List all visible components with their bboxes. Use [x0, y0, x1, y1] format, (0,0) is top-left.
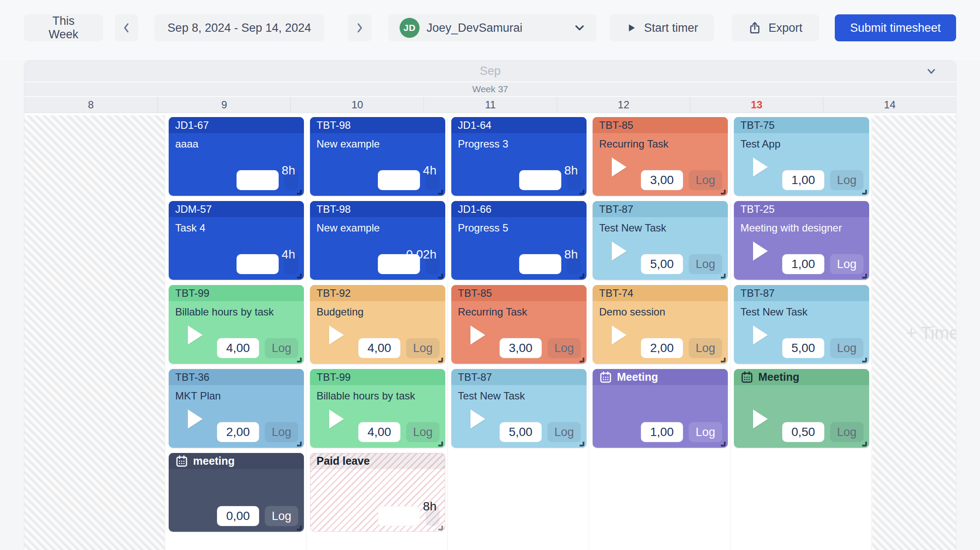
- resize-handle[interactable]: [438, 442, 443, 446]
- timesheet-card[interactable]: Meeting 1,00 Log: [593, 369, 728, 448]
- hours-input[interactable]: 2,00: [641, 338, 683, 358]
- day-column-10[interactable]: TBT-98 New example 4h: [307, 115, 448, 550]
- log-button[interactable]: Log: [547, 422, 581, 442]
- hours-input[interactable]: [378, 170, 420, 190]
- timesheet-card[interactable]: TBT-85 Recurring Task 3,00 Log: [451, 285, 587, 364]
- day-column-11[interactable]: JD1-64 Progress 3 8h: [448, 115, 589, 550]
- resize-handle[interactable]: [297, 274, 302, 278]
- timesheet-card[interactable]: TBT-99 Billable hours by task 4,00 Log: [310, 369, 445, 448]
- timesheet-card[interactable]: TBT-99 Billable hours by task 4,00 Log: [169, 285, 304, 364]
- next-week-button[interactable]: [348, 14, 371, 41]
- log-button[interactable]: [426, 506, 440, 526]
- timesheet-card[interactable]: JD1-66 Progress 5 8h: [451, 201, 587, 280]
- resize-handle[interactable]: [580, 190, 584, 195]
- hours-input[interactable]: 5,00: [641, 254, 683, 274]
- log-button[interactable]: [567, 254, 581, 274]
- log-button[interactable]: Log: [689, 422, 722, 442]
- play-button[interactable]: [612, 158, 627, 177]
- timesheet-card[interactable]: JD1-67 aaaa 8h: [169, 117, 304, 196]
- play-button[interactable]: [612, 241, 627, 261]
- resize-handle[interactable]: [721, 358, 726, 362]
- log-button[interactable]: Log: [265, 422, 298, 442]
- log-button[interactable]: Log: [265, 506, 298, 526]
- resize-handle[interactable]: [862, 274, 867, 278]
- hours-input[interactable]: [519, 170, 561, 190]
- log-button[interactable]: Log: [689, 170, 722, 190]
- hours-input[interactable]: 0,00: [217, 506, 259, 526]
- play-button[interactable]: [753, 409, 768, 429]
- day-column-9[interactable]: JD1-67 aaaa 8h: [166, 115, 307, 550]
- play-button[interactable]: [470, 325, 485, 345]
- this-week-button[interactable]: This Week: [24, 14, 103, 41]
- timesheet-card[interactable]: TBT-75 Test App 1,00 Log: [734, 117, 869, 196]
- hours-input[interactable]: 1,00: [641, 422, 683, 442]
- submit-timesheet-button[interactable]: Submit timesheet: [835, 14, 956, 41]
- hours-input[interactable]: [519, 254, 561, 274]
- log-button[interactable]: Log: [547, 338, 581, 358]
- hours-input[interactable]: 3,00: [641, 170, 683, 190]
- timesheet-card[interactable]: TBT-98 New example 0.02h: [310, 201, 445, 280]
- timesheet-card[interactable]: TBT-92 Budgeting 4,00 Log: [310, 285, 445, 364]
- hours-input[interactable]: [378, 506, 420, 526]
- play-button[interactable]: [470, 409, 485, 429]
- log-button[interactable]: [426, 170, 440, 190]
- export-button[interactable]: Export: [732, 14, 819, 41]
- timesheet-card[interactable]: TBT-87 Test New Task 5,00 Log: [734, 285, 869, 364]
- log-button[interactable]: Log: [830, 254, 863, 274]
- hours-input[interactable]: 4,00: [358, 338, 400, 358]
- resize-handle[interactable]: [438, 358, 443, 362]
- hours-input[interactable]: [378, 254, 420, 274]
- hours-input[interactable]: 4,00: [358, 422, 400, 442]
- resize-handle[interactable]: [862, 190, 867, 195]
- log-button[interactable]: [426, 254, 440, 274]
- play-button[interactable]: [329, 325, 344, 345]
- start-timer-button[interactable]: Start timer: [610, 14, 714, 41]
- resize-handle[interactable]: [297, 442, 302, 446]
- timesheet-card[interactable]: TBT-36 MKT Plan 2,00 Log: [169, 369, 304, 448]
- hours-input[interactable]: 0,50: [782, 422, 824, 442]
- date-range-button[interactable]: Sep 8, 2024 - Sep 14, 2024: [154, 14, 324, 41]
- log-button[interactable]: Log: [830, 422, 863, 442]
- resize-handle[interactable]: [438, 274, 443, 278]
- day-column-8[interactable]: [24, 115, 165, 550]
- hours-input[interactable]: 2,00: [217, 422, 259, 442]
- resize-handle[interactable]: [297, 358, 302, 362]
- hours-input[interactable]: 1,00: [782, 254, 824, 274]
- collapse-chevron-icon[interactable]: [925, 66, 938, 78]
- day-column-13[interactable]: TBT-75 Test App 1,00 Log: [731, 115, 872, 550]
- timesheet-card[interactable]: TBT-87 Test New Task 5,00 Log: [451, 369, 587, 448]
- resize-handle[interactable]: [297, 526, 302, 530]
- timesheet-card[interactable]: TBT-98 New example 4h: [310, 117, 445, 196]
- log-button[interactable]: Log: [406, 338, 440, 358]
- resize-handle[interactable]: [438, 526, 443, 530]
- log-button[interactable]: [284, 254, 298, 274]
- play-button[interactable]: [753, 158, 768, 177]
- resize-handle[interactable]: [580, 358, 584, 362]
- resize-handle[interactable]: [438, 190, 443, 195]
- timesheet-card[interactable]: TBT-87 Test New Task 5,00 Log: [593, 201, 728, 280]
- resize-handle[interactable]: [862, 358, 867, 362]
- timesheet-card[interactable]: JD1-64 Progress 3 8h: [451, 117, 587, 196]
- user-selector[interactable]: JD Joey_DevSamurai: [388, 14, 597, 41]
- timesheet-card[interactable]: Meeting 0,50 Log: [734, 369, 869, 448]
- timesheet-card[interactable]: TBT-25 Meeting with designer 1,00 Log: [734, 201, 869, 280]
- play-button[interactable]: [188, 409, 203, 429]
- log-button[interactable]: Log: [406, 422, 440, 442]
- resize-handle[interactable]: [721, 190, 726, 195]
- hours-input[interactable]: 3,00: [500, 338, 542, 358]
- log-button[interactable]: [284, 170, 298, 190]
- hours-input[interactable]: 5,00: [782, 338, 824, 358]
- add-time-hint[interactable]: + Time: [906, 323, 956, 343]
- play-button[interactable]: [612, 325, 627, 345]
- play-button[interactable]: [329, 409, 344, 429]
- play-button[interactable]: [188, 325, 203, 345]
- resize-handle[interactable]: [721, 442, 726, 446]
- resize-handle[interactable]: [580, 274, 584, 278]
- log-button[interactable]: Log: [265, 338, 298, 358]
- log-button[interactable]: Log: [830, 338, 863, 358]
- log-button[interactable]: [567, 170, 581, 190]
- resize-handle[interactable]: [297, 190, 302, 195]
- resize-handle[interactable]: [580, 442, 584, 446]
- timesheet-card[interactable]: meeting 0,00 Log: [169, 453, 304, 532]
- play-button[interactable]: [753, 325, 768, 345]
